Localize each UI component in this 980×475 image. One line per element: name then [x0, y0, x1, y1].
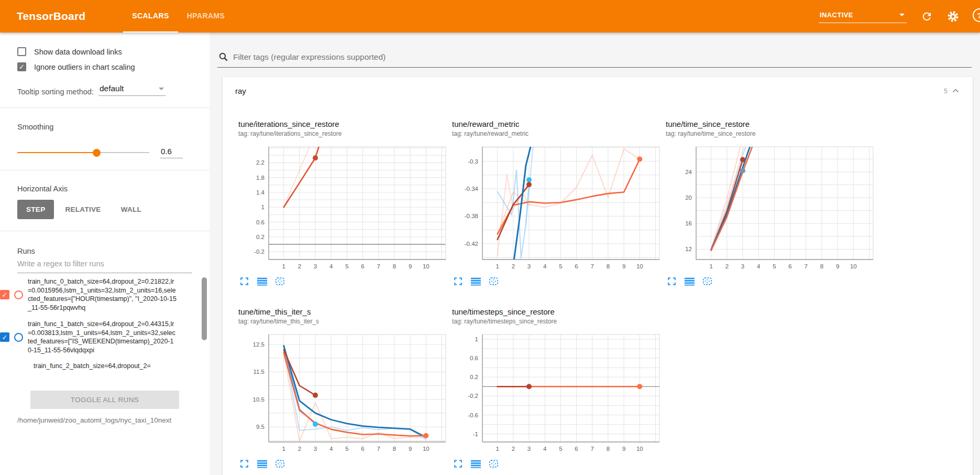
line-chart[interactable]: 2.21.81.410.60.2-0.212345678910	[238, 144, 447, 272]
x-tick-label: 6	[575, 446, 578, 452]
x-tick-label: 8	[820, 263, 823, 269]
x-tick-label: 7	[591, 446, 594, 452]
x-tick-label: 8	[393, 263, 396, 269]
menu-lines-icon[interactable]	[685, 276, 695, 286]
x-tick-label: 8	[607, 263, 610, 269]
checkbox[interactable]: ✓	[17, 62, 26, 71]
checkbox[interactable]	[17, 47, 26, 56]
expand-icon[interactable]	[453, 276, 463, 286]
checkbox-row[interactable]: ✓Ignore outliers in chart scaling	[17, 62, 192, 71]
series-end-dot	[313, 422, 318, 427]
x-tick-label: 10	[423, 263, 430, 269]
fit-domain-icon[interactable]	[275, 276, 285, 286]
x-tick-label: 3	[314, 446, 317, 452]
axis-option-relative[interactable]: RELATIVE	[56, 200, 109, 219]
smoothing-value[interactable]: 0.6	[160, 147, 183, 158]
y-tick-label: 12.5	[253, 341, 265, 348]
menu-lines-icon[interactable]	[471, 459, 481, 469]
axis-option-wall[interactable]: WALL	[112, 200, 150, 219]
y-tick-label: 1.8	[256, 175, 265, 181]
chart-series-run1-smoothed	[284, 346, 426, 438]
line-chart[interactable]: 12.511.510.59.512345678910	[238, 331, 447, 455]
tag-group-header[interactable]: ray 5	[223, 77, 973, 105]
expand-icon[interactable]	[453, 459, 463, 469]
header-tabs: SCALARSHPARAMS	[123, 0, 234, 33]
fit-domain-icon[interactable]	[489, 459, 499, 469]
chart-tag: tag: ray/tune/iterations_since_restore	[238, 130, 448, 137]
run-color-swatch[interactable]	[14, 290, 23, 299]
menu-lines-icon[interactable]	[257, 276, 267, 286]
chart-series-run0-smoothed	[284, 353, 426, 436]
x-tick-label: 2	[298, 446, 301, 452]
settings-gear-icon[interactable]	[946, 10, 959, 23]
menu-lines-icon[interactable]	[257, 459, 267, 469]
line-chart[interactable]: 2420161212345678910	[666, 144, 874, 272]
toggle-all-runs-button[interactable]: TOGGLE ALL RUNS	[30, 391, 179, 409]
fit-domain-icon[interactable]	[702, 276, 712, 286]
x-tick-label: 2	[512, 446, 515, 452]
y-tick-label: -0.6	[468, 412, 478, 418]
x-tick-label: 10	[850, 263, 857, 269]
tooltip-sorting-value: default	[100, 84, 124, 93]
status-dropdown[interactable]: INACTIVE	[819, 10, 907, 23]
fit-domain-icon[interactable]	[275, 459, 285, 469]
line-chart[interactable]: -0.3-0.34-0.38-0.4212345678910	[452, 144, 660, 272]
series-end-dot	[313, 155, 318, 160]
chart-card: tune/time_this_iter_stag: ray/tune/time_…	[238, 299, 448, 469]
y-tick-label: -0.42	[465, 241, 478, 247]
tag-group-title: ray	[235, 87, 246, 95]
y-tick-label: -0.2	[254, 249, 265, 255]
line-chart[interactable]: 10.60.2-0.2-0.6-112345678910	[452, 331, 660, 455]
tooltip-sorting-row: Tooltip sorting method: default	[17, 84, 192, 96]
series-end-dot	[740, 157, 745, 163]
x-tick-label: 6	[575, 263, 578, 269]
x-tick-label: 4	[543, 263, 547, 269]
y-tick-label: 1	[475, 336, 478, 342]
chart-title: tune/time_this_iter_s	[238, 307, 448, 316]
divider	[0, 107, 210, 108]
runs-filter-input[interactable]	[17, 255, 192, 273]
x-tick-label: 8	[393, 446, 396, 452]
series-end-dot	[526, 177, 532, 182]
run-item-partial[interactable]: train_func_2_batch_size=64,dropout_2=	[0, 362, 210, 370]
x-tick-label: 5	[773, 263, 776, 269]
run-checkbox[interactable]: ✓	[0, 290, 9, 299]
x-tick-label: 4	[757, 263, 761, 269]
help-icon[interactable]: ?	[973, 8, 980, 24]
run-color-swatch[interactable]	[14, 333, 23, 342]
chart-card: tune/reward_metrictag: ray/tune/reward_m…	[452, 111, 662, 286]
smoothing-label: Smoothing	[17, 123, 192, 131]
y-tick-label: 2.2	[256, 159, 265, 166]
x-tick-label: 1	[495, 263, 499, 269]
axis-option-step[interactable]: STEP	[17, 200, 54, 219]
tag-group-count: 5	[944, 88, 948, 95]
expand-icon[interactable]	[239, 459, 249, 469]
chart-series-run0-raw	[284, 144, 315, 207]
tab-hparams[interactable]: HPARAMS	[178, 0, 234, 33]
tab-scalars[interactable]: SCALARS	[123, 0, 178, 33]
x-tick-label: 2	[725, 263, 729, 269]
refresh-icon[interactable]	[920, 10, 933, 23]
chart-tag: tag: ray/tune/timesteps_since_restore	[452, 318, 662, 325]
tag-filter-input[interactable]	[233, 52, 971, 62]
runs-scrollbar-thumb[interactable]	[202, 277, 207, 340]
chevron-up-icon[interactable]	[951, 87, 960, 95]
expand-icon[interactable]	[667, 276, 677, 286]
checkbox-row[interactable]: Show data download links	[17, 47, 192, 56]
tooltip-sorting-dropdown[interactable]: default	[98, 84, 166, 96]
fit-domain-icon[interactable]	[489, 276, 499, 286]
smoothing-slider-knob[interactable]	[93, 149, 101, 157]
menu-lines-icon[interactable]	[471, 276, 481, 286]
x-tick-label: 7	[805, 263, 808, 269]
horizontal-axis-label: Horizontal Axis	[17, 185, 192, 193]
run-checkbox[interactable]: ✓	[0, 332, 9, 342]
x-tick-label: 5	[345, 263, 348, 269]
x-tick-label: 1	[282, 446, 285, 452]
sidebar-checkbox-group: Show data download links✓Ignore outliers…	[17, 47, 192, 71]
smoothing-slider[interactable]	[17, 152, 149, 153]
expand-icon[interactable]	[239, 276, 249, 286]
tag-filter-row	[210, 33, 980, 68]
x-tick-label: 1	[495, 446, 499, 452]
tag-group-card: ray 5 tune/iterations_since_restoretag: …	[223, 77, 973, 475]
chart-card: tune/timesteps_since_restoretag: ray/tun…	[452, 299, 662, 469]
